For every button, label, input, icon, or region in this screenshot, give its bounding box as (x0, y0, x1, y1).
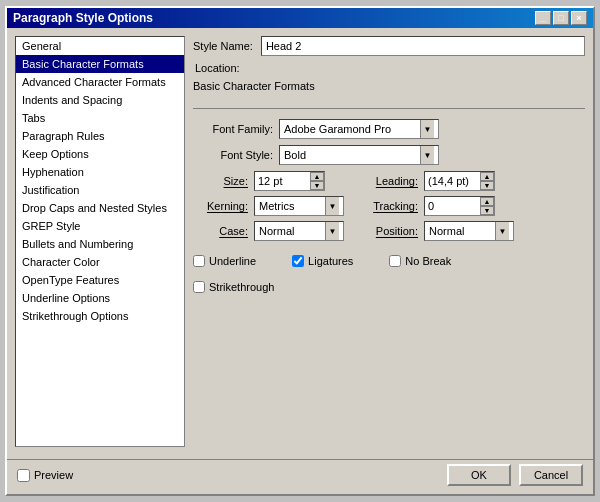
title-bar: Paragraph Style Options _ □ × (7, 8, 593, 28)
sidebar-item-keep-options[interactable]: Keep Options (16, 145, 184, 163)
footer: Preview OK Cancel (7, 459, 593, 494)
leading-down-button[interactable]: ▼ (480, 181, 494, 190)
leading-spinbox[interactable]: ▲ ▼ (424, 171, 495, 191)
dialog-content: General Basic Character Formats Advanced… (7, 28, 593, 455)
kerning-value: Metrics (259, 200, 294, 212)
case-arrow: ▼ (325, 222, 339, 240)
font-family-label: Font Family: (193, 123, 273, 135)
leading-row: Leading: ▲ ▼ (360, 171, 514, 191)
sidebar-item-tabs[interactable]: Tabs (16, 109, 184, 127)
size-leading-row: Size: ▲ ▼ Kerning: Metric (193, 171, 585, 241)
size-spinbox[interactable]: ▲ ▼ (254, 171, 325, 191)
position-row: Position: Normal ▼ (360, 221, 514, 241)
close-button[interactable]: × (571, 11, 587, 25)
sidebar-item-underline[interactable]: Underline Options (16, 289, 184, 307)
dialog-title: Paragraph Style Options (13, 11, 153, 25)
preview-checkbox[interactable] (17, 469, 30, 482)
strikethrough-checkbox[interactable] (193, 281, 205, 293)
section-title: Basic Character Formats (193, 80, 585, 92)
leading-up-button[interactable]: ▲ (480, 172, 494, 181)
position-label: Position: (360, 225, 418, 237)
no-break-checkbox[interactable] (389, 255, 401, 267)
section-divider (193, 108, 585, 109)
sidebar-item-opentype[interactable]: OpenType Features (16, 271, 184, 289)
sidebar-item-general[interactable]: General (16, 37, 184, 55)
tracking-row: Tracking: ▲ ▼ (360, 196, 514, 216)
sidebar-item-bullets[interactable]: Bullets and Numbering (16, 235, 184, 253)
kerning-row: Kerning: Metrics ▼ (193, 196, 344, 216)
minimize-button[interactable]: _ (535, 11, 551, 25)
sidebar-item-grep[interactable]: GREP Style (16, 217, 184, 235)
position-select[interactable]: Normal ▼ (424, 221, 514, 241)
ligatures-label: Ligatures (308, 255, 353, 267)
position-value: Normal (429, 225, 464, 237)
no-break-label: No Break (405, 255, 451, 267)
location-label: Location: (195, 62, 240, 74)
font-style-row: Font Style: Bold ▼ (193, 145, 585, 165)
leading-label: Leading: (360, 175, 418, 187)
kerning-select[interactable]: Metrics ▼ (254, 196, 344, 216)
checkbox-row-1: Underline Ligatures No Break (193, 255, 585, 267)
underline-label: Underline (209, 255, 256, 267)
paragraph-style-dialog: Paragraph Style Options _ □ × General Ba… (5, 6, 595, 496)
sidebar-item-para-rules[interactable]: Paragraph Rules (16, 127, 184, 145)
size-up-button[interactable]: ▲ (310, 172, 324, 181)
main-panel: Style Name: Location: Basic Character Fo… (193, 36, 585, 447)
position-arrow: ▼ (495, 222, 509, 240)
sidebar-item-advanced-char[interactable]: Advanced Character Formats (16, 73, 184, 91)
title-bar-buttons: _ □ × (535, 11, 587, 25)
size-label: Size: (193, 175, 248, 187)
font-family-row: Font Family: Adobe Garamond Pro ▼ (193, 119, 585, 139)
maximize-button[interactable]: □ (553, 11, 569, 25)
strikethrough-checkbox-item[interactable]: Strikethrough (193, 281, 274, 293)
style-name-label: Style Name: (193, 40, 253, 52)
font-style-arrow: ▼ (420, 146, 434, 164)
sidebar-item-justification[interactable]: Justification (16, 181, 184, 199)
size-spin-buttons: ▲ ▼ (310, 172, 324, 190)
footer-buttons: OK Cancel (447, 464, 583, 486)
font-style-select[interactable]: Bold ▼ (279, 145, 439, 165)
case-value: Normal (259, 225, 294, 237)
style-name-input[interactable] (261, 36, 585, 56)
case-label: Case: (193, 225, 248, 237)
sidebar-item-indents[interactable]: Indents and Spacing (16, 91, 184, 109)
leading-spin-buttons: ▲ ▼ (480, 172, 494, 190)
tracking-input[interactable] (425, 197, 480, 215)
tracking-down-button[interactable]: ▼ (480, 206, 494, 215)
preview-label: Preview (34, 469, 73, 481)
sidebar-item-basic-char[interactable]: Basic Character Formats (16, 55, 184, 73)
tracking-spin-buttons: ▲ ▼ (480, 197, 494, 215)
sidebar-item-strikethrough[interactable]: Strikethrough Options (16, 307, 184, 325)
cancel-button[interactable]: Cancel (519, 464, 583, 486)
sidebar: General Basic Character Formats Advanced… (15, 36, 185, 447)
tracking-up-button[interactable]: ▲ (480, 197, 494, 206)
case-select[interactable]: Normal ▼ (254, 221, 344, 241)
size-input[interactable] (255, 172, 310, 190)
font-family-select[interactable]: Adobe Garamond Pro ▼ (279, 119, 439, 139)
font-style-value: Bold (284, 149, 306, 161)
preview-checkbox-item[interactable]: Preview (17, 469, 73, 482)
underline-checkbox-item[interactable]: Underline (193, 255, 256, 267)
font-style-label: Font Style: (193, 149, 273, 161)
kerning-arrow: ▼ (325, 197, 339, 215)
size-down-button[interactable]: ▼ (310, 181, 324, 190)
ok-button[interactable]: OK (447, 464, 511, 486)
ligatures-checkbox-item[interactable]: Ligatures (292, 255, 353, 267)
sidebar-item-hyphenation[interactable]: Hyphenation (16, 163, 184, 181)
leading-input[interactable] (425, 172, 480, 190)
strikethrough-label: Strikethrough (209, 281, 274, 293)
sidebar-item-drop-caps[interactable]: Drop Caps and Nested Styles (16, 199, 184, 217)
case-row: Case: Normal ▼ (193, 221, 344, 241)
size-row: Size: ▲ ▼ (193, 171, 344, 191)
col-right: Leading: ▲ ▼ Tracking: (360, 171, 514, 241)
kerning-label: Kerning: (193, 200, 248, 212)
location-row: Location: (193, 62, 585, 74)
underline-checkbox[interactable] (193, 255, 205, 267)
style-name-row: Style Name: (193, 36, 585, 56)
ligatures-checkbox[interactable] (292, 255, 304, 267)
checkbox-row-2: Strikethrough (193, 281, 585, 293)
tracking-spinbox[interactable]: ▲ ▼ (424, 196, 495, 216)
no-break-checkbox-item[interactable]: No Break (389, 255, 451, 267)
col-left: Size: ▲ ▼ Kerning: Metric (193, 171, 344, 241)
sidebar-item-char-color[interactable]: Character Color (16, 253, 184, 271)
